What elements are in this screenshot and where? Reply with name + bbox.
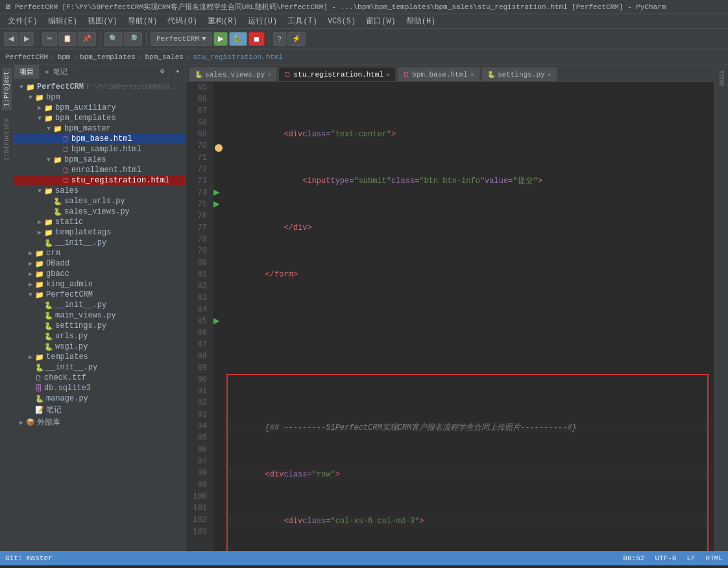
code-line-69 <box>228 315 714 327</box>
tree-label: enrollment.html <box>71 166 141 175</box>
tree-item-external-lib[interactable]: ▶ 📦 外部库 <box>14 416 186 428</box>
tree-item-settings-py[interactable]: 🐍 settings.py <box>14 321 186 331</box>
tree-item-enrollment-html[interactable]: 🗋 enrollment.html <box>14 165 186 175</box>
cut-button[interactable]: ✂ <box>42 32 57 46</box>
tree-label: stu_registration.html <box>71 176 169 185</box>
tree-item-check-ttf[interactable]: 🗋 check.ttf <box>14 373 186 383</box>
tree-item-crm[interactable]: ▶ 📁 crm <box>14 248 186 258</box>
bc-bpm[interactable]: bpm <box>58 53 71 61</box>
tab-close-btn[interactable]: ✕ <box>386 71 390 79</box>
tree-item-bpm-sales[interactable]: ▼ 📁 bpm_sales <box>14 154 186 165</box>
back-button[interactable]: ◀ <box>4 32 18 46</box>
tree-arrow: ▶ <box>26 353 35 361</box>
bc-bpm-sales[interactable]: bpm_sales <box>145 53 183 61</box>
tree-item-templates[interactable]: ▶ 📁 templates <box>14 352 186 362</box>
tree-label: PerfectCRM <box>37 82 84 92</box>
menu-item-h[interactable]: 帮助(H) <box>401 14 441 28</box>
tree-item-bpm-base-html[interactable]: 🗋 bpm_base.html <box>14 134 186 144</box>
menu-item-n[interactable]: 导航(N) <box>123 14 163 28</box>
tree-item-note[interactable]: 📝 笔记 <box>14 404 186 416</box>
menu-item-v[interactable]: 视图(V) <box>82 14 123 28</box>
tree-arrow: ▼ <box>44 156 53 164</box>
tree-item-king-admin[interactable]: ▶ 📁 king_admin <box>14 279 186 290</box>
side-tab-project[interactable]: 项目 <box>14 65 40 79</box>
tree-item-gbacc[interactable]: ▶ 📁 gbacc <box>14 269 186 279</box>
html-file-icon: 🗋 <box>62 166 69 175</box>
menu-item-w[interactable]: 窗口(W) <box>361 14 401 28</box>
tree-item-bpm-auxiliary[interactable]: ▶ 📁 bpm_auxiliary <box>14 103 186 113</box>
run-config-dropdown[interactable]: PerfectCRM ▼ <box>151 32 212 46</box>
tree-item-stu-registration-html[interactable]: 🗋 stu_registration.html <box>14 175 186 186</box>
tree-item-sales-urls-py[interactable]: 🐍 sales_urls.py <box>14 196 186 206</box>
menu-item-e[interactable]: 编辑(E) <box>43 14 83 28</box>
tree-item-sales-views-py[interactable]: 🐍 sales_views.py <box>14 206 186 217</box>
tree-item-bpm[interactable]: ▼ 📁 bpm <box>14 92 186 103</box>
editor-area[interactable]: 🐍 sales_views.py ✕ 🗋 stu_registration.ht… <box>186 65 714 551</box>
bc-file[interactable]: stu_registration.html <box>193 53 284 61</box>
tree-item-sales[interactable]: ▼ 📁 sales <box>14 186 186 196</box>
run-button[interactable]: ▶ <box>213 32 228 46</box>
tree-item-wsgi-py[interactable]: 🐍 wsgi.py <box>14 341 186 352</box>
debug-button[interactable]: 🐛 <box>229 32 247 46</box>
tree-item-perfectcrm-folder[interactable]: ▼ 📁 PerfectCRM <box>14 290 186 300</box>
tab-bpm-base-html[interactable]: 🗋 bpm_base.html ✕ <box>397 67 480 81</box>
vtab-project[interactable]: 1:Project <box>2 68 12 110</box>
tab-stu-registration-html[interactable]: 🗋 stu_registration.html ✕ <box>278 67 396 81</box>
py-tab-icon: 🐍 <box>487 71 495 79</box>
tree-item-manage-py[interactable]: 🐍 manage.py <box>14 393 186 404</box>
tree-arrow: ▼ <box>44 125 53 132</box>
right-panel: TODO <box>714 65 728 551</box>
tree-item-init-py-bpm[interactable]: 🐍 __init__.py <box>14 238 186 248</box>
html-tab-icon: 🗋 <box>284 71 291 79</box>
folder-icon: 📁 <box>53 156 62 164</box>
editor-content[interactable]: 65 66 67 68 69 70 71 72 73 74 75 76 77 7… <box>186 82 714 551</box>
tree-item-bpm-sample-html[interactable]: 🗋 bpm_sample.html <box>14 144 186 154</box>
tree-arrow: ▶ <box>35 218 44 226</box>
vtab-structure[interactable]: 2:Structure <box>2 114 12 165</box>
tab-settings-py[interactable]: 🐍 settings.py ✕ <box>481 67 557 81</box>
copy-button[interactable]: 📋 <box>58 32 77 46</box>
side-tab-note[interactable]: ✳ 笔记 <box>40 65 73 79</box>
tree-label: 笔记 <box>46 404 62 415</box>
tree-item-init-py-perfectcrm[interactable]: 🐍 __init__.py <box>14 300 186 310</box>
tree-item-main-views-py[interactable]: 🐍 main_views.py <box>14 310 186 321</box>
html-file-icon: 🗋 <box>62 145 69 154</box>
tree-item-init-py-root[interactable]: 🐍 __init__.py <box>14 362 186 373</box>
terminal-button[interactable]: ⚡ <box>287 32 306 46</box>
breadcrumb: PerfectCRM › bpm › bpm_templates › bpm_s… <box>0 49 728 65</box>
tree-label: manage.py <box>46 394 88 403</box>
tab-label: stu_registration.html <box>293 71 383 79</box>
tab-close-btn[interactable]: ✕ <box>267 71 271 79</box>
tree-item-urls-py[interactable]: 🐍 urls.py <box>14 331 186 341</box>
menu-item-vcss[interactable]: VCS(S) <box>322 16 361 27</box>
right-tab-todo[interactable]: TODO <box>716 68 726 88</box>
tree-item-static[interactable]: ▶ 📁 static <box>14 217 186 227</box>
toolbar-separator-4 <box>269 32 269 45</box>
paste-button[interactable]: 📌 <box>78 32 96 46</box>
bc-bpm-templates[interactable]: bpm_templates <box>80 53 136 61</box>
bc-perfectcrm[interactable]: PerfectCRM <box>5 53 48 61</box>
menu-item-o[interactable]: 代码(O) <box>162 14 202 28</box>
tree-item-perfectcrm-root[interactable]: ▼ 📁 PerfectCRM F:\PY\50PerfectCRM实现... <box>14 82 186 92</box>
tree-item-bpm-master[interactable]: ▼ 📁 bpm_master <box>14 123 186 134</box>
file-type-status: HTML <box>706 554 723 562</box>
tab-close-btn[interactable]: ✕ <box>548 71 552 79</box>
code-editor[interactable]: <div class="text-center"> <input type="s… <box>213 82 714 551</box>
menu-item-r[interactable]: 重构(R) <box>202 14 243 28</box>
menu-item-t[interactable]: 工具(T) <box>282 14 322 28</box>
search-button[interactable]: 🔍 <box>104 32 123 46</box>
tree-item-templatetags[interactable]: ▶ 📁 templatetags <box>14 227 186 238</box>
tree-item-db-sqlite3[interactable]: 🗄 db.sqlite3 <box>14 383 186 393</box>
menu-item-u[interactable]: 运行(U) <box>243 14 283 28</box>
menu-item-f[interactable]: 文件(F) <box>3 14 43 28</box>
tree-item-bpm-templates[interactable]: ▼ 📁 bpm_templates <box>14 113 186 123</box>
forward-button[interactable]: ▶ <box>19 32 34 46</box>
help-button[interactable]: ? <box>273 32 286 46</box>
add-file-btn[interactable]: ✦ <box>170 65 186 79</box>
tab-close-btn[interactable]: ✕ <box>470 71 474 79</box>
search2-button[interactable]: 🔎 <box>124 32 142 46</box>
tree-item-dbadd[interactable]: ▶ 📁 DBadd <box>14 258 186 269</box>
settings-gear[interactable]: ⚙ <box>155 65 171 79</box>
stop-button[interactable]: ⏹ <box>249 32 265 46</box>
tab-sales-views-py[interactable]: 🐍 sales_views.py ✕ <box>189 67 277 81</box>
